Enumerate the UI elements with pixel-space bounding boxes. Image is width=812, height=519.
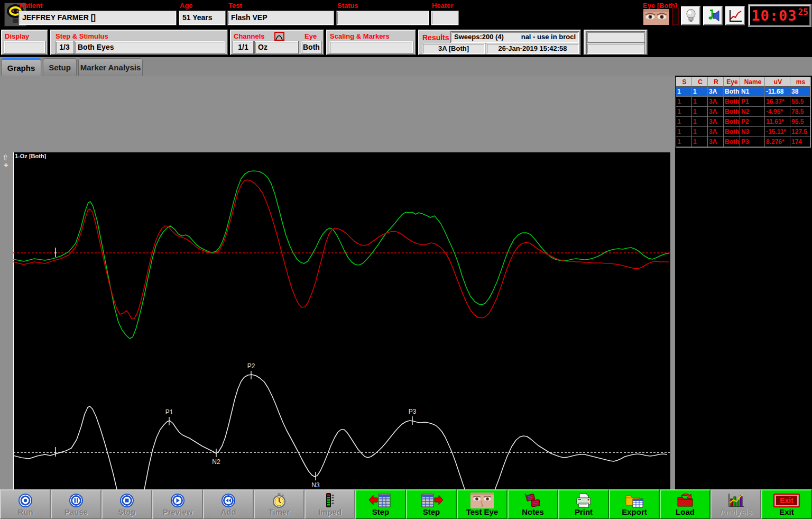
channel-name-field: Oz (255, 41, 298, 53)
channels-eye-label: Eye (304, 32, 317, 40)
channel-trace-label: 1-Oz [Both] (15, 153, 46, 159)
marker-table-row[interactable]: 113ABothP38.276*174 (676, 137, 810, 147)
exit-button[interactable]: Exit Exit (761, 489, 812, 519)
marker-label-P1[interactable]: P1 (165, 408, 173, 416)
marker-table-cell: -15.11* (765, 127, 790, 137)
table-header-cell[interactable]: Eye (724, 77, 740, 87)
printer-icon (559, 492, 608, 509)
test-field[interactable]: Flash VEP (228, 11, 334, 25)
load-button[interactable]: Load (660, 489, 710, 519)
patient-name-field[interactable]: JEFFREY FARMER [] (19, 11, 176, 25)
scaling-field (329, 41, 413, 53)
marker-table-cell: Both (724, 117, 740, 127)
marker-table-cell: P1 (740, 97, 765, 107)
marker-table-cell: Both (724, 127, 740, 137)
stop-circle-icon (103, 492, 151, 509)
result-timestamp-field: 26-Jan-2019 15:42:58 (486, 43, 579, 54)
marker-label-P3[interactable]: P3 (409, 408, 417, 415)
marker-table-cell: P2 (740, 117, 765, 127)
red-eye-trace (13, 180, 669, 319)
step-back-button[interactable]: Step (355, 489, 406, 519)
line-chart-icon (728, 9, 742, 23)
marker-table-cell: N3 (740, 127, 765, 137)
table-header-cell[interactable]: C (692, 77, 708, 87)
heater-label: Heater (432, 2, 453, 10)
marker-table-row[interactable]: 113ABothP116.37*55.5 (676, 97, 810, 107)
sweeps-field: Sweeps:200 (4) nal - use in brocl (451, 32, 579, 43)
export-folder-icon (610, 492, 659, 509)
marker-table-cell: -11.68 (765, 87, 790, 97)
sound-stimulus-button[interactable] (703, 6, 723, 25)
marker-table-cell: 1 (692, 107, 708, 117)
marker-table-cell: 1 (692, 117, 708, 127)
light-stimulus-button[interactable] (681, 6, 700, 25)
stopwatch-icon (255, 492, 303, 509)
marker-table-cell: 3A (708, 87, 724, 97)
marker-table-cell: 1 (676, 97, 692, 107)
marker-table-row[interactable]: 113ABothN2-4.95*78.5 (676, 107, 810, 117)
sound-note-icon (706, 9, 721, 23)
marker-table-cell: Both (724, 87, 740, 97)
preview-button[interactable]: Preview (152, 489, 203, 519)
scale-plus-icon[interactable]: + (4, 160, 8, 169)
table-header-cell[interactable]: uV (765, 77, 790, 87)
eye-indicator-box (672, 7, 679, 25)
table-header-cell[interactable]: R (708, 77, 724, 87)
marker-table-cell: 3A (708, 107, 724, 117)
table-header-cell[interactable]: Name (740, 77, 765, 87)
tab-graphs[interactable]: Graphs (1, 58, 41, 76)
result-step-field[interactable]: 3A [Both] (422, 43, 485, 54)
stimulus-field: Both Eyes (75, 41, 225, 53)
marker-table-cell: 1 (692, 127, 708, 137)
display-panel: Display (1, 30, 48, 55)
marker-table-row[interactable]: 113ABothN3-15.11*127.5 (676, 127, 810, 137)
trend-graph-button[interactable] (725, 6, 745, 25)
marker-table-cell: 11.61* (765, 117, 790, 127)
record-circle-icon (1, 492, 50, 509)
step-forward-icon (407, 492, 456, 509)
stop-button[interactable]: Stop (102, 489, 152, 519)
marker-results-table: SCREyeNameuVms113ABothN1-11.6838113ABoth… (676, 77, 811, 148)
scaling-markers-panel: Scaling & Markers (326, 30, 416, 55)
heater-field (431, 11, 458, 25)
tab-bar: Graphs Setup Marker Analysis (0, 57, 812, 76)
table-header-row: SCREyeNameuVms (676, 77, 810, 87)
analysis-button[interactable]: Analysis (710, 489, 761, 519)
test-eye-button[interactable]: Test Eye (457, 489, 508, 519)
aux-field-top (587, 32, 644, 42)
marker-table-row[interactable]: 113ABothP211.61*95.5 (676, 117, 810, 127)
pause-button[interactable]: Pause (51, 489, 102, 519)
table-header-cell[interactable]: S (676, 77, 692, 87)
clock-time: 10:03 (751, 7, 797, 24)
step-forward-button[interactable]: Step (406, 489, 457, 519)
results-panel: Results Sweeps:200 (4) nal - use in broc… (418, 30, 581, 55)
marker-table-row[interactable]: 113ABothN1-11.6838 (676, 87, 810, 97)
waveform-svg: N1P1N2P2N3P3 (13, 152, 670, 519)
tab-setup[interactable]: Setup (43, 58, 77, 76)
marker-label-N3[interactable]: N3 (311, 481, 320, 489)
clock-seconds: 25 (798, 7, 808, 17)
tab-marker-analysis[interactable]: Marker Analysis (78, 58, 143, 76)
marker-table-cell: 3A (708, 137, 724, 147)
step-back-icon (356, 492, 405, 509)
add-button[interactable]: Add (203, 489, 254, 519)
export-button[interactable]: Export (609, 489, 660, 519)
print-button[interactable]: Print (558, 489, 609, 519)
status-field (337, 11, 429, 25)
session-clock: 10:03 25 (749, 5, 810, 26)
patient-label: Patient (20, 2, 42, 10)
marker-table-cell: 1 (692, 97, 708, 107)
load-folder-icon (661, 492, 709, 509)
marker-table-cell: 1 (676, 127, 692, 137)
impedance-button[interactable]: Imped (304, 489, 355, 519)
notes-button[interactable]: Notes (508, 489, 558, 519)
display-label: Display (5, 32, 29, 40)
marker-label-N2[interactable]: N2 (212, 458, 220, 466)
eye-photo-icon (458, 492, 506, 509)
table-header-cell[interactable]: ms (790, 77, 810, 87)
marker-label-P2[interactable]: P2 (247, 362, 255, 370)
run-button[interactable]: Run (0, 489, 51, 519)
timer-button[interactable]: Timer (254, 489, 304, 519)
exit-box-icon: Exit (762, 492, 811, 509)
marker-table-cell: P3 (740, 137, 765, 147)
